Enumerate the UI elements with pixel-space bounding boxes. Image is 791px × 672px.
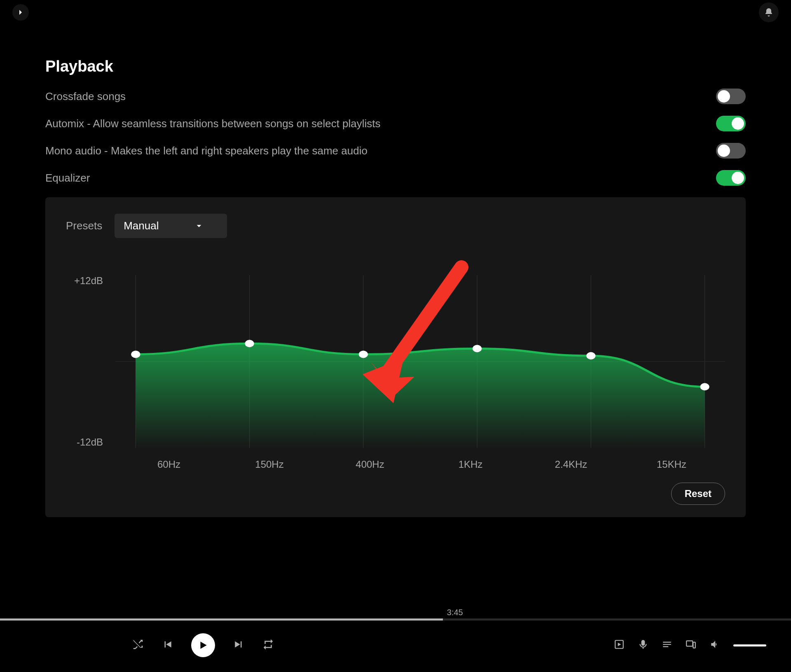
bell-icon [764, 7, 774, 17]
next-button[interactable] [232, 638, 245, 652]
eq-band-handle[interactable] [473, 345, 482, 352]
equalizer-chart[interactable] [115, 275, 725, 448]
eq-band-handle[interactable] [586, 352, 595, 359]
queue-icon [662, 639, 672, 650]
svg-rect-11 [686, 641, 693, 646]
microphone-icon [638, 639, 648, 650]
eq-band-handle[interactable] [359, 351, 368, 358]
eq-band-handle[interactable] [700, 383, 709, 390]
setting-label: Crossfade songs [45, 90, 126, 103]
play-icon [198, 640, 208, 651]
toggle-knob [718, 145, 730, 157]
volume-slider[interactable] [733, 644, 766, 646]
toggle-knob [732, 172, 744, 184]
toggle-knob [732, 117, 744, 130]
x-axis-label: 150Hz [219, 459, 320, 470]
devices-icon [686, 639, 696, 650]
volume-button[interactable] [709, 639, 720, 651]
setting-label: Equalizer [45, 172, 90, 184]
equalizer-toggle[interactable] [716, 170, 746, 186]
presets-label: Presets [66, 219, 102, 232]
play-button[interactable] [191, 633, 215, 657]
setting-row-equalizer: Equalizer [45, 170, 746, 186]
eq-band-handle[interactable] [131, 351, 140, 358]
x-axis-label: 15KHz [621, 459, 722, 470]
repeat-icon [262, 638, 274, 651]
preset-selected-value: Manual [124, 219, 159, 232]
section-title: Playback [45, 58, 746, 75]
queue-button[interactable] [662, 639, 672, 651]
x-axis-label: 400Hz [320, 459, 420, 470]
now-playing-icon [614, 639, 625, 650]
volume-icon [709, 639, 720, 650]
setting-row-mono: Mono audio - Makes the left and right sp… [45, 143, 746, 159]
setting-label: Automix - Allow seamless transitions bet… [45, 117, 381, 130]
now-playing-view-button[interactable] [614, 639, 625, 651]
elapsed-time: 3:45 [447, 608, 463, 617]
setting-row-crossfade: Crossfade songs [45, 89, 746, 104]
notifications-button[interactable] [759, 2, 779, 22]
y-axis-top: +12dB [66, 275, 103, 287]
chevron-right-icon [17, 9, 24, 16]
shuffle-icon [132, 638, 144, 651]
progress-bar[interactable]: 3:45 [0, 618, 791, 621]
previous-button[interactable] [161, 638, 174, 652]
crossfade-toggle[interactable] [716, 89, 746, 104]
equalizer-panel: Presets Manual +12dB -12dB 60Hz150Hz400H… [45, 197, 746, 517]
x-axis-label: 2.4KHz [521, 459, 621, 470]
eq-band-handle[interactable] [245, 340, 254, 347]
setting-label: Mono audio - Makes the left and right sp… [45, 145, 367, 157]
svg-rect-12 [693, 642, 695, 648]
x-axis-label: 60Hz [119, 459, 219, 470]
chevron-down-icon [196, 223, 202, 229]
setting-row-automix: Automix - Allow seamless transitions bet… [45, 116, 746, 131]
skip-previous-icon [161, 638, 174, 651]
skip-next-icon [232, 638, 245, 651]
shuffle-button[interactable] [132, 638, 144, 652]
y-axis-bottom: -12dB [66, 436, 103, 448]
mono-toggle[interactable] [716, 143, 746, 159]
automix-toggle[interactable] [716, 116, 746, 131]
lyrics-button[interactable] [638, 639, 648, 651]
progress-fill [0, 618, 443, 621]
connect-device-button[interactable] [686, 639, 696, 651]
toggle-knob [718, 90, 730, 103]
preset-select[interactable]: Manual [115, 214, 227, 238]
x-axis-label: 1KHz [420, 459, 521, 470]
reset-button[interactable]: Reset [671, 483, 725, 505]
player-bar: 3:45 [0, 618, 791, 672]
repeat-button[interactable] [262, 638, 274, 652]
nav-forward-button[interactable] [12, 4, 29, 21]
